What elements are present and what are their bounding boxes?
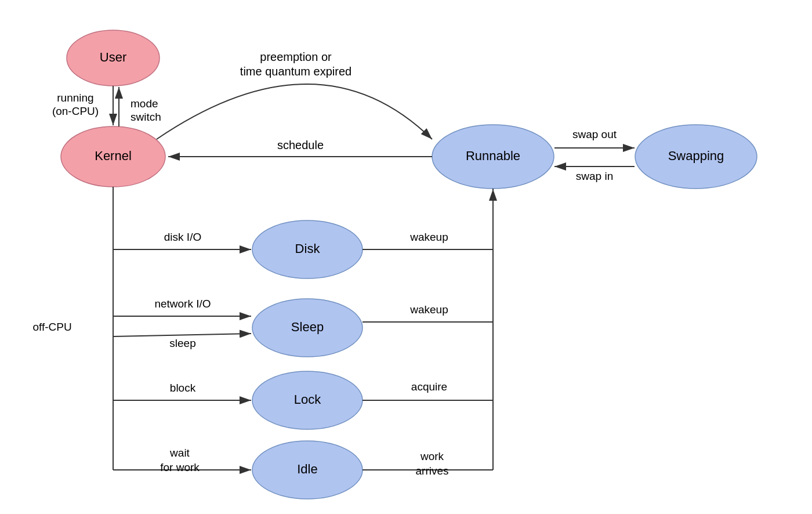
lock-label: Lock <box>294 392 321 407</box>
wait-for-work-label: wait <box>169 447 190 459</box>
acquire-label: acquire <box>411 381 447 393</box>
schedule-label: schedule <box>277 139 324 151</box>
sleep-label-edge: sleep <box>169 337 195 349</box>
disk-wakeup-label: wakeup <box>409 231 448 243</box>
time-quantum-label: time quantum expired <box>240 65 351 78</box>
kernel-label: Kernel <box>95 149 132 163</box>
sleep-h-line <box>113 334 251 336</box>
off-cpu-label: off-CPU <box>32 321 71 333</box>
preemption-label: preemption or <box>260 50 332 63</box>
running-on-cpu-label2: (on-CPU) <box>52 105 99 117</box>
preemption-arc <box>157 84 432 139</box>
disk-label: Disk <box>295 241 321 256</box>
network-io-label: network I/O <box>154 298 211 310</box>
swapping-label: Swapping <box>668 149 724 163</box>
work-arrives-label: work <box>420 450 444 462</box>
running-on-cpu-label: running <box>57 92 93 104</box>
runnable-label: Runnable <box>466 149 520 163</box>
block-label: block <box>170 382 196 394</box>
sleep-wakeup-label: wakeup <box>409 303 448 316</box>
mode-switch-label2: switch <box>130 111 161 123</box>
mode-switch-label: mode <box>130 97 158 110</box>
idle-label: Idle <box>297 462 317 476</box>
swap-out-label: swap out <box>572 128 617 140</box>
wait-for-work-label2: for work <box>160 461 200 473</box>
sleep-label: Sleep <box>291 320 324 334</box>
disk-io-label: disk I/O <box>164 231 201 243</box>
swap-in-label: swap in <box>576 170 613 182</box>
work-arrives-label2: arrives <box>415 465 448 477</box>
user-label: User <box>100 50 126 64</box>
